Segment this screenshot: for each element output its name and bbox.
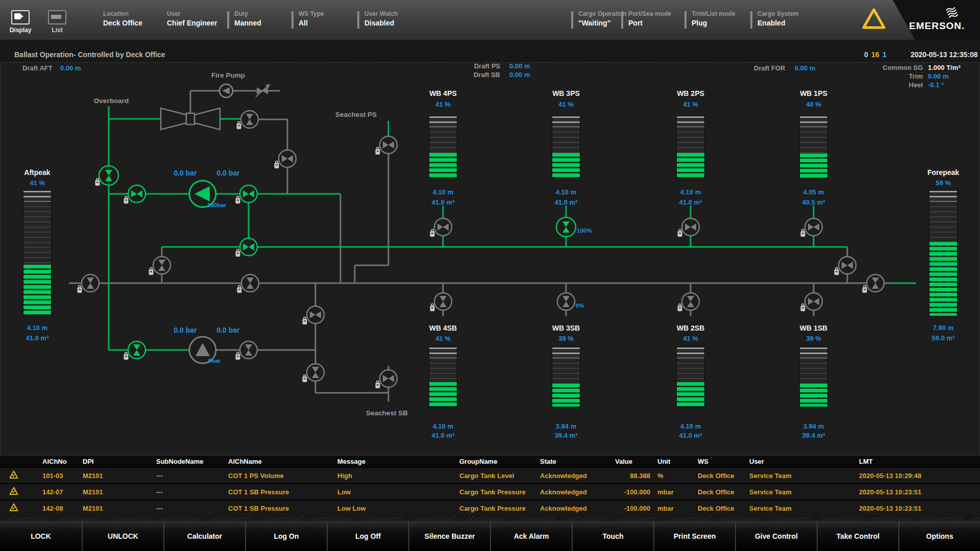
button-touch[interactable]: Touch [572,521,653,551]
pump1-pressure-label: 180bar [207,202,227,208]
pump1-suction-pressure: 0.0 bar [174,169,197,177]
field-user: User Chief Engineer [167,10,217,27]
alarm-count-info: 1 [883,51,887,59]
valve-wb1ps[interactable] [801,218,823,237]
alarm-warning-icon[interactable] [862,7,886,32]
tank-level: 4.10 m [412,188,474,196]
valve-wb3ps-percent: 100% [577,228,592,234]
tank-level: 7.90 m [913,324,974,332]
display-icon [11,10,30,24]
button-options[interactable]: Options [898,521,980,551]
fire-line-valve[interactable] [256,84,270,97]
tank-level: 3.94 m [783,422,844,430]
tank-gauge [552,116,580,179]
pump1-discharge-pressure: 0.0 bar [216,169,240,177]
alarm-row[interactable]: 142-08 M2101 --- COT 1 SB Pressure Low L… [0,499,980,516]
alarm-row[interactable]: 101-03 M2101 --- COT 1 PS Volume High Ca… [0,467,980,483]
alarm-ack-icon [0,470,42,481]
separator [291,11,293,29]
tank-percent: 40 % [783,101,844,108]
tank-name: WB 1PS [783,89,844,97]
common-sg-label: Common SG [863,64,923,71]
brand-text: EMERSON. [909,20,965,32]
field-trim-list-mode: Trim/List mode Plug [692,10,735,27]
button-lock[interactable]: LOCK [0,521,82,551]
button-calculator[interactable]: Calculator [163,521,245,551]
seachest-sb-label: Seachest SB [366,409,408,417]
tank-volume: 41.0 m³ [7,334,68,342]
alarm-list: AlChNo DPI SubNodeName AlChName Message … [0,456,980,516]
button-unlock[interactable]: UNLOCK [82,521,163,551]
draft-for-value: 0.00 m [795,64,815,72]
button-print-screen[interactable]: Print Screen [653,521,735,551]
tank-level: 4.10 m [660,422,721,430]
tank-gauge [429,347,457,407]
valve-manifold-left[interactable] [149,257,171,275]
valve-overboard[interactable] [95,166,119,186]
display-button[interactable]: Display [6,10,35,34]
alarm-count-unack: 16 [871,51,879,59]
tank-gauge [23,190,52,316]
alarm-ack-icon [0,503,42,513]
valve-eductor-outlet[interactable] [237,111,259,129]
tank-gauge [676,347,705,407]
tank-percent: 41 % [7,179,68,187]
valve-crossover-right[interactable] [835,257,856,275]
heel-value: -0.1 ° [928,81,944,89]
list-button[interactable]: List [43,10,71,34]
valve-wb2ps[interactable] [678,218,700,237]
tank-percent: 41 % [660,101,721,108]
title-bar: Ballast Operation- Controlled by Deck Of… [0,40,980,63]
button-give-control[interactable]: Give Control [735,521,817,551]
valve-wb4ps[interactable] [430,218,452,237]
tank-gauge [799,116,828,179]
fire-pump[interactable] [219,84,233,97]
tank-percent: 41 % [535,101,597,108]
draft-sb-value: 0.00 m [509,71,530,79]
tank-percent: 39 % [783,335,844,342]
tank-percent: 41 % [412,335,474,342]
valve-wb3ps[interactable] [556,217,576,237]
button-log-on[interactable]: Log On [245,521,327,551]
valve-crossover-top[interactable] [275,150,297,168]
tank-percent: 59 % [913,179,974,187]
tank-level: 4.10 m [412,422,474,430]
tank-level: 3.94 m [535,422,597,430]
datetime: 2020-05-13 12:35:08 [911,51,978,59]
list-button-label: List [43,27,71,34]
tank-name: WB 4SB [412,324,474,332]
tank-name: WB 1SB [783,324,844,332]
valve-seachest-sb[interactable] [376,370,398,388]
tank-name: Forepeak [913,168,974,177]
field-ws-type: WS Type All [299,10,324,27]
valve-bottom-drop[interactable] [303,364,325,382]
button-log-off[interactable]: Log Off [327,521,408,551]
valve-bottom-riser[interactable] [303,306,325,324]
button-silence-buzzer[interactable]: Silence Buzzer [408,521,490,551]
display-button-label: Display [6,27,35,34]
page-title: Ballast Operation- Controlled by Deck Of… [14,51,165,59]
tank-name: WB 4PS [412,89,474,97]
valve-seachest-ps[interactable] [376,136,398,155]
alarm-row[interactable]: 142-07 M2101 --- COT 1 SB Pressure Low C… [0,483,980,499]
tank-name: WB 3PS [535,89,597,97]
tank-name: Aftpeak [7,168,68,177]
field-port-sea-mode: Port/Sea mode Port [628,10,671,27]
alarm-list-header: AlChNo DPI SubNodeName AlChName Message … [0,456,980,467]
tank-volume: 39.4 m³ [535,432,597,439]
tank-volume: 41.0 m³ [412,198,474,206]
valve-wb4sb[interactable] [430,293,452,311]
tank-percent: 41 % [412,101,474,108]
tank-gauge [799,347,828,407]
valve-wb3sb[interactable] [557,293,575,310]
separator [571,11,573,29]
tank-name: WB 3SB [535,324,597,332]
emerson-logo: EMERSON. [879,0,980,40]
draft-sb-label: Draft SB [459,71,500,79]
tank-volume: 41.0 m³ [660,432,721,439]
button-ack-alarm[interactable]: Ack Alarm [490,521,572,551]
tank-name: WB 2PS [660,89,721,97]
valve-wb1sb[interactable] [801,293,823,311]
button-take-control[interactable]: Take Control [817,521,898,551]
valve-wb2sb[interactable] [678,293,700,311]
